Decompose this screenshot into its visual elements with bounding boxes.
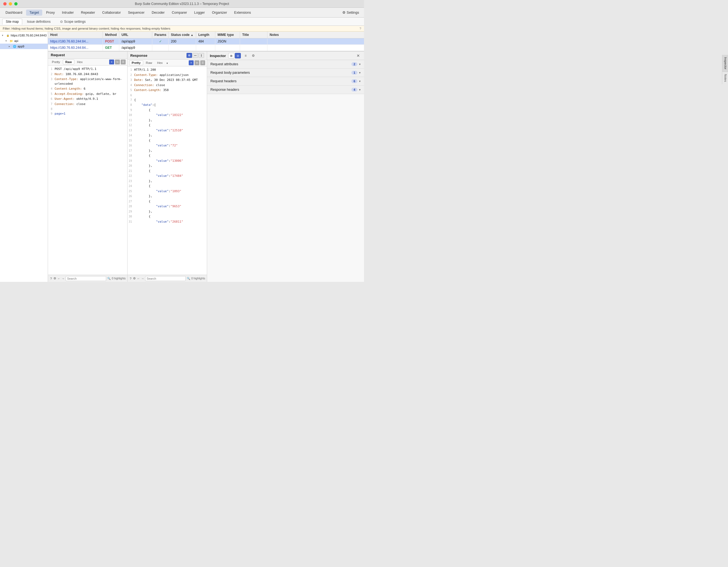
inspector-section-header[interactable]: Request body parameters 1 ▾	[207, 69, 364, 77]
inspector-section-header[interactable]: Request headers 6 ▾	[207, 77, 364, 85]
tab-pretty[interactable]: Pretty	[129, 60, 143, 65]
close-icon[interactable]: ✕	[355, 53, 361, 58]
response-tabs: Pretty Raw Hex ▾ ≡ \n ☰	[128, 60, 207, 66]
chevron-icon: ▾	[4, 39, 8, 43]
prettify-icon[interactable]: ≡	[189, 60, 194, 65]
cell-length	[196, 45, 215, 51]
inspector-section-body-params: Request body parameters 1 ▾	[207, 69, 364, 77]
search-icon: 🔍	[187, 277, 190, 280]
tree-item-root[interactable]: ▾ 🔒 https://180.76.60.244:8443	[0, 33, 48, 38]
resp-line-21: 21 {	[128, 169, 207, 174]
request-footer: ? ⚙ ← → 🔍 0 highlights	[48, 275, 127, 282]
chevron-down-icon: ▾	[359, 88, 361, 92]
forward-button[interactable]: →	[61, 276, 64, 281]
help-button[interactable]: ?	[50, 276, 52, 281]
table-view-button[interactable]: ⊞	[228, 53, 234, 58]
request-panel-header: Request	[48, 52, 127, 59]
table-row[interactable]: https://180.76.60.244:84... GET /api/app…	[48, 45, 364, 51]
close-button[interactable]	[3, 2, 7, 5]
cell-host: https://180.76.60.244:84...	[48, 45, 103, 51]
menu-intruder[interactable]: Intruder	[59, 10, 77, 16]
menu-repeater[interactable]: Repeater	[78, 10, 98, 16]
tab-raw[interactable]: Raw	[144, 61, 154, 65]
sidebar: ▾ 🔒 https://180.76.60.244:8443 ▾ 📁 api ▸…	[0, 32, 48, 282]
menu-target[interactable]: Target	[26, 10, 42, 16]
list-icon[interactable]: ☰	[121, 60, 126, 64]
col-header-url[interactable]: URL	[119, 32, 152, 38]
tree-item-label: https://180.76.60.244:8443	[11, 34, 47, 37]
resp-line-2: 2 Content-Type: application/json	[128, 73, 207, 78]
forward-button[interactable]: →	[141, 276, 144, 281]
table-row[interactable]: https://180.76.60.244:84... POST /api/ap…	[48, 38, 364, 45]
col-header-notes[interactable]: Notes	[267, 32, 364, 38]
dropdown-arrow[interactable]: ▾	[167, 61, 168, 65]
title-bar: Burp Suite Community Edition v2023.11.1.…	[0, 0, 364, 8]
col-header-mime[interactable]: MIME type	[215, 32, 240, 38]
inspector-view-buttons: ⊞ ⊟	[228, 53, 241, 58]
menu-decoder[interactable]: Decoder	[148, 10, 168, 16]
settings-button[interactable]: ⚙ Settings	[340, 9, 362, 16]
settings-icon[interactable]: ⚙	[251, 53, 256, 58]
wrap-icon[interactable]: \n	[194, 60, 199, 65]
tab-hex[interactable]: Hex	[155, 61, 165, 65]
menu-collaborator[interactable]: Collaborator	[99, 10, 124, 16]
code-line-1: 1 POST /api/app9 HTTP/1.1	[48, 67, 127, 72]
cell-params: ✓	[152, 38, 169, 44]
tab-raw[interactable]: Raw	[63, 60, 74, 64]
menu-organizer[interactable]: Organizer	[209, 10, 230, 16]
col-header-params[interactable]: Params	[152, 32, 169, 38]
cell-host: https://180.76.60.244:84...	[48, 38, 103, 44]
menu-extensions[interactable]: Extensions	[231, 10, 254, 16]
menu-sequencer[interactable]: Sequencer	[125, 10, 148, 16]
resp-line-11: 11 },	[128, 118, 207, 123]
tab-hex[interactable]: Hex	[75, 60, 85, 64]
resp-line-29: 29 },	[128, 209, 207, 215]
maximize-button[interactable]	[14, 2, 18, 5]
back-button[interactable]: ←	[137, 276, 140, 281]
search-input[interactable]	[145, 276, 186, 281]
prettify-icon[interactable]: ≡	[109, 60, 114, 64]
tab-issue-definitions[interactable]: Issue definitions	[23, 19, 54, 25]
menu-comparer[interactable]: Comparer	[168, 10, 190, 16]
inspector-section-header[interactable]: Response headers 4 ▾	[207, 86, 364, 94]
split-view-button[interactable]: ⊟	[235, 53, 241, 58]
resp-line-19: 19 "value":"13006"	[128, 159, 207, 164]
scope-settings-button[interactable]: ⊙ Scope settings	[57, 19, 88, 24]
chevron-down-icon: ▾	[359, 63, 361, 66]
inspector-section-header[interactable]: Request attributes 2 ▾	[207, 60, 364, 68]
resp-line-5: 5 Content-Length: 358	[128, 88, 207, 93]
inspector-section-resp-headers: Response headers 4 ▾	[207, 86, 364, 94]
sort-icon[interactable]: ≡	[243, 53, 249, 58]
scope-icon: ⊙	[60, 20, 63, 24]
resp-line-26: 26 },	[128, 194, 207, 199]
section-title: Request attributes	[210, 62, 351, 66]
tab-pretty[interactable]: Pretty	[50, 60, 62, 64]
help-button[interactable]: ?	[129, 276, 132, 281]
menu-dashboard[interactable]: Dashboard	[2, 10, 26, 16]
search-input[interactable]	[66, 276, 106, 281]
tree-item-app9[interactable]: ▸ 🌐 app9	[0, 44, 48, 49]
settings-button[interactable]: ⚙	[53, 276, 56, 281]
resp-line-15: 15 {	[128, 138, 207, 143]
col-header-status[interactable]: Status code ▲	[169, 32, 196, 38]
minimize-button[interactable]	[9, 2, 12, 5]
col-header-host[interactable]: Host	[48, 32, 103, 38]
wrap-icon[interactable]: \n	[115, 60, 120, 64]
vertical-view-button[interactable]: |	[199, 53, 204, 58]
list-icon[interactable]: ☰	[200, 60, 205, 65]
resp-line-23: 23 },	[128, 179, 207, 184]
gear-icon: ⚙	[342, 10, 346, 15]
split-view-button[interactable]: ⊟	[187, 53, 192, 58]
menu-logger[interactable]: Logger	[191, 10, 208, 16]
back-button[interactable]: ←	[57, 276, 60, 281]
settings-button[interactable]: ⚙	[133, 276, 136, 281]
sub-tabs: Site map Issue definitions ⊙ Scope setti…	[0, 18, 364, 26]
tree-item-api[interactable]: ▾ 📁 api	[0, 38, 48, 44]
col-header-title[interactable]: Title	[240, 32, 267, 38]
help-icon[interactable]: ?	[360, 27, 361, 30]
menu-proxy[interactable]: Proxy	[43, 10, 58, 16]
tab-site-map[interactable]: Site map	[2, 19, 22, 25]
col-header-method[interactable]: Method	[103, 32, 119, 38]
horizontal-view-button[interactable]: —	[193, 53, 198, 58]
col-header-length[interactable]: Length	[196, 32, 215, 38]
